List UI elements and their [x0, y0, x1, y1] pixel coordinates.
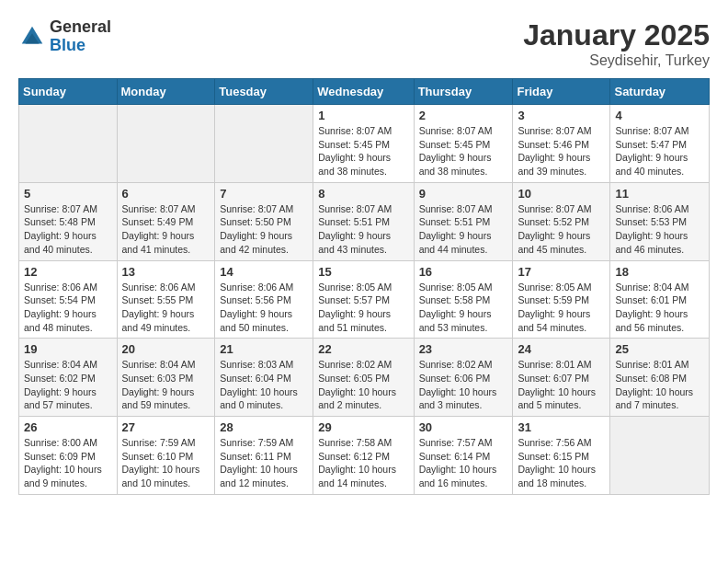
- day-info: Sunrise: 8:05 AM Sunset: 5:57 PM Dayligh…: [318, 281, 408, 335]
- calendar-cell: 23 Sunrise: 8:02 AM Sunset: 6:06 PM Dayl…: [414, 339, 513, 417]
- weekday-header: Tuesday: [215, 79, 313, 105]
- day-number: 7: [220, 187, 308, 201]
- day-info: Sunrise: 8:04 AM Sunset: 6:02 PM Dayligh…: [24, 358, 112, 412]
- calendar-cell: 28 Sunrise: 7:59 AM Sunset: 6:11 PM Dayl…: [215, 417, 313, 495]
- day-info: Sunrise: 8:04 AM Sunset: 6:01 PM Dayligh…: [615, 281, 704, 335]
- calendar-cell: 5 Sunrise: 8:07 AM Sunset: 5:48 PM Dayli…: [19, 182, 118, 260]
- calendar-cell: 10 Sunrise: 8:07 AM Sunset: 5:52 PM Dayl…: [513, 182, 610, 260]
- day-number: 22: [318, 342, 408, 356]
- day-number: 1: [318, 109, 408, 122]
- weekday-header: Wednesday: [313, 79, 414, 105]
- calendar-cell: 9 Sunrise: 8:07 AM Sunset: 5:51 PM Dayli…: [414, 182, 513, 260]
- day-info: Sunrise: 8:01 AM Sunset: 6:08 PM Dayligh…: [615, 358, 704, 412]
- calendar-cell: 16 Sunrise: 8:05 AM Sunset: 5:58 PM Dayl…: [414, 260, 513, 339]
- day-number: 17: [518, 265, 605, 279]
- calendar-cell: 15 Sunrise: 8:05 AM Sunset: 5:57 PM Dayl…: [313, 260, 414, 339]
- calendar-cell: 26 Sunrise: 8:00 AM Sunset: 6:09 PM Dayl…: [19, 417, 118, 495]
- day-info: Sunrise: 8:04 AM Sunset: 6:03 PM Dayligh…: [122, 358, 210, 412]
- day-info: Sunrise: 8:07 AM Sunset: 5:48 PM Dayligh…: [24, 202, 112, 257]
- day-number: 11: [615, 187, 704, 201]
- day-number: 5: [24, 187, 112, 201]
- calendar-week-row: 19 Sunrise: 8:04 AM Sunset: 6:02 PM Dayl…: [19, 339, 710, 417]
- calendar-cell: 4 Sunrise: 8:07 AM Sunset: 5:47 PM Dayli…: [610, 105, 710, 183]
- day-number: 13: [122, 265, 210, 279]
- calendar-cell: 14 Sunrise: 8:06 AM Sunset: 5:56 PM Dayl…: [215, 260, 313, 339]
- day-number: 18: [615, 265, 704, 279]
- calendar-cell: 12 Sunrise: 8:06 AM Sunset: 5:54 PM Dayl…: [19, 260, 118, 339]
- logo-general: General: [50, 18, 111, 37]
- day-info: Sunrise: 8:07 AM Sunset: 5:51 PM Dayligh…: [419, 202, 508, 257]
- location: Seydisehir, Turkey: [523, 52, 710, 69]
- day-info: Sunrise: 8:07 AM Sunset: 5:50 PM Dayligh…: [220, 202, 308, 257]
- day-number: 24: [518, 342, 605, 356]
- weekday-header: Monday: [117, 79, 215, 105]
- calendar-cell: [117, 105, 215, 183]
- day-number: 25: [615, 342, 704, 356]
- logo-text: General Blue: [50, 18, 111, 55]
- day-info: Sunrise: 8:07 AM Sunset: 5:45 PM Dayligh…: [318, 124, 408, 178]
- calendar-cell: 22 Sunrise: 8:02 AM Sunset: 6:05 PM Dayl…: [313, 339, 414, 417]
- calendar-cell: 29 Sunrise: 7:58 AM Sunset: 6:12 PM Dayl…: [313, 417, 414, 495]
- calendar-cell: 20 Sunrise: 8:04 AM Sunset: 6:03 PM Dayl…: [117, 339, 215, 417]
- day-info: Sunrise: 8:05 AM Sunset: 5:59 PM Dayligh…: [518, 281, 605, 335]
- day-number: 23: [419, 342, 508, 356]
- day-info: Sunrise: 8:06 AM Sunset: 5:56 PM Dayligh…: [220, 281, 308, 335]
- day-number: 31: [518, 420, 605, 434]
- day-number: 15: [318, 265, 408, 279]
- calendar-cell: 30 Sunrise: 7:57 AM Sunset: 6:14 PM Dayl…: [414, 417, 513, 495]
- day-number: 14: [220, 265, 308, 279]
- weekday-header-row: SundayMondayTuesdayWednesdayThursdayFrid…: [19, 79, 710, 105]
- calendar-cell: 13 Sunrise: 8:06 AM Sunset: 5:55 PM Dayl…: [117, 260, 215, 339]
- weekday-header: Thursday: [414, 79, 513, 105]
- calendar-cell: 19 Sunrise: 8:04 AM Sunset: 6:02 PM Dayl…: [19, 339, 118, 417]
- day-info: Sunrise: 8:05 AM Sunset: 5:58 PM Dayligh…: [419, 281, 508, 335]
- day-info: Sunrise: 8:07 AM Sunset: 5:47 PM Dayligh…: [615, 124, 704, 178]
- day-number: 9: [419, 187, 508, 201]
- day-info: Sunrise: 8:07 AM Sunset: 5:45 PM Dayligh…: [419, 124, 508, 178]
- day-number: 19: [24, 342, 112, 356]
- title-block: January 2025 Seydisehir, Turkey: [523, 18, 710, 69]
- logo: General Blue: [18, 18, 111, 55]
- calendar-cell: 8 Sunrise: 8:07 AM Sunset: 5:51 PM Dayli…: [313, 182, 414, 260]
- calendar-week-row: 1 Sunrise: 8:07 AM Sunset: 5:45 PM Dayli…: [19, 105, 710, 183]
- calendar-cell: [215, 105, 313, 183]
- day-info: Sunrise: 8:07 AM Sunset: 5:49 PM Dayligh…: [122, 202, 210, 257]
- day-info: Sunrise: 8:06 AM Sunset: 5:54 PM Dayligh…: [24, 281, 112, 335]
- day-number: 2: [419, 109, 508, 122]
- day-info: Sunrise: 7:59 AM Sunset: 6:10 PM Dayligh…: [122, 436, 210, 490]
- day-number: 21: [220, 342, 308, 356]
- day-number: 26: [24, 420, 112, 434]
- day-number: 20: [122, 342, 210, 356]
- calendar-cell: 1 Sunrise: 8:07 AM Sunset: 5:45 PM Dayli…: [313, 105, 414, 183]
- logo-icon: [18, 23, 46, 51]
- day-info: Sunrise: 8:03 AM Sunset: 6:04 PM Dayligh…: [220, 358, 308, 412]
- calendar-cell: 25 Sunrise: 8:01 AM Sunset: 6:08 PM Dayl…: [610, 339, 710, 417]
- day-info: Sunrise: 8:00 AM Sunset: 6:09 PM Dayligh…: [24, 436, 112, 490]
- day-info: Sunrise: 8:07 AM Sunset: 5:52 PM Dayligh…: [518, 202, 605, 257]
- day-number: 28: [220, 420, 308, 434]
- day-number: 16: [419, 265, 508, 279]
- day-number: 29: [318, 420, 408, 434]
- calendar-cell: 31 Sunrise: 7:56 AM Sunset: 6:15 PM Dayl…: [513, 417, 610, 495]
- day-number: 6: [122, 187, 210, 201]
- calendar-cell: 2 Sunrise: 8:07 AM Sunset: 5:45 PM Dayli…: [414, 105, 513, 183]
- weekday-header: Saturday: [610, 79, 710, 105]
- calendar-cell: [610, 417, 710, 495]
- day-number: 3: [518, 109, 605, 122]
- logo-blue: Blue: [50, 37, 111, 55]
- calendar-cell: 27 Sunrise: 7:59 AM Sunset: 6:10 PM Dayl…: [117, 417, 215, 495]
- day-info: Sunrise: 8:07 AM Sunset: 5:46 PM Dayligh…: [518, 124, 605, 178]
- calendar-cell: 11 Sunrise: 8:06 AM Sunset: 5:53 PM Dayl…: [610, 182, 710, 260]
- weekday-header: Friday: [513, 79, 610, 105]
- calendar-week-row: 5 Sunrise: 8:07 AM Sunset: 5:48 PM Dayli…: [19, 182, 710, 260]
- day-info: Sunrise: 8:01 AM Sunset: 6:07 PM Dayligh…: [518, 358, 605, 412]
- day-info: Sunrise: 7:58 AM Sunset: 6:12 PM Dayligh…: [318, 436, 408, 490]
- day-info: Sunrise: 7:57 AM Sunset: 6:14 PM Dayligh…: [419, 436, 508, 490]
- day-number: 8: [318, 187, 408, 201]
- calendar-cell: 18 Sunrise: 8:04 AM Sunset: 6:01 PM Dayl…: [610, 260, 710, 339]
- calendar-cell: [19, 105, 118, 183]
- month-title: January 2025: [523, 18, 710, 52]
- calendar-cell: 24 Sunrise: 8:01 AM Sunset: 6:07 PM Dayl…: [513, 339, 610, 417]
- day-number: 12: [24, 265, 112, 279]
- day-info: Sunrise: 7:56 AM Sunset: 6:15 PM Dayligh…: [518, 436, 605, 490]
